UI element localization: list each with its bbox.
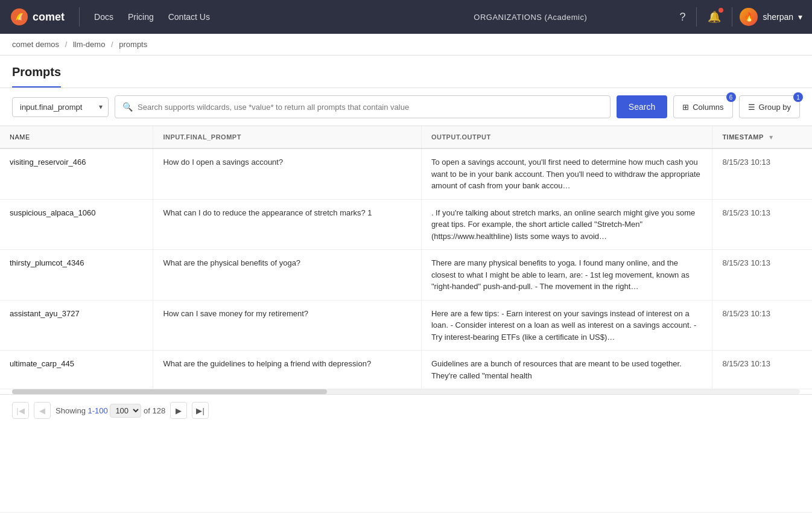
page-range[interactable]: 1-100 xyxy=(88,406,108,415)
prev-page-button[interactable]: ◀ xyxy=(34,402,51,419)
pagination-bar: |◀ ◀ Showing 1-100 100 50 25 of 128 ▶ ▶| xyxy=(0,394,812,426)
nav-pricing[interactable]: Pricing xyxy=(128,12,154,22)
cell-input: How do I open a savings account? xyxy=(153,148,421,199)
table-header: NAME INPUT.FINAL_PROMPT OUTPUT.OUTPUT TI… xyxy=(0,126,812,148)
breadcrumb-comet-demos[interactable]: comet demos xyxy=(12,40,59,49)
of-label: of xyxy=(144,406,150,415)
cell-name: ultimate_carp_445 xyxy=(0,351,153,389)
col-header-output[interactable]: OUTPUT.OUTPUT xyxy=(421,126,712,148)
cell-timestamp: 8/15/23 10:13 xyxy=(712,250,812,301)
topbar-divider xyxy=(696,7,697,27)
page-title: Prompts xyxy=(12,65,61,88)
col-header-name[interactable]: NAME xyxy=(0,126,153,148)
horizontal-scrollbar[interactable] xyxy=(12,389,800,394)
notifications-button[interactable]: 🔔 xyxy=(704,7,725,27)
columns-icon: ⊞ xyxy=(682,103,689,112)
col-header-timestamp[interactable]: TIMESTAMP ▼ xyxy=(712,126,812,148)
cell-input: What are the guidelines to helping a fri… xyxy=(153,351,421,389)
toolbar: input.final_prompt output.output name ▾ … xyxy=(0,88,812,126)
table-row[interactable]: visiting_reservoir_466 How do I open a s… xyxy=(0,148,812,199)
filter-select-wrapper: input.final_prompt output.output name ▾ xyxy=(12,97,109,117)
search-button[interactable]: Search xyxy=(617,95,667,118)
columns-label: Columns xyxy=(693,103,723,112)
breadcrumb: comet demos / llm-demo / prompts xyxy=(0,34,812,56)
col-header-input[interactable]: INPUT.FINAL_PROMPT xyxy=(153,126,421,148)
cell-output: Guidelines are a bunch of resources that… xyxy=(421,351,712,389)
cell-output: There are many physical benefits to yoga… xyxy=(421,250,712,301)
search-input[interactable] xyxy=(138,103,603,112)
cell-output: Here are a few tips: - Earn interest on … xyxy=(421,300,712,351)
table-row[interactable]: assistant_ayu_3727 How can I save money … xyxy=(0,300,812,351)
cell-timestamp: 8/15/23 10:13 xyxy=(712,199,812,250)
org-section: ORGANIZATIONS (Academic) xyxy=(385,13,676,22)
next-page-button[interactable]: ▶ xyxy=(170,402,187,419)
cell-timestamp: 8/15/23 10:13 xyxy=(712,351,812,389)
last-page-button[interactable]: ▶| xyxy=(192,402,209,419)
page-content: Prompts input.final_prompt output.output… xyxy=(0,56,812,512)
per-page-select[interactable]: 100 50 25 xyxy=(110,404,141,418)
columns-button[interactable]: ⊞ Columns 6 xyxy=(673,95,732,118)
topbar: comet Docs Pricing Contact Us ORGANIZATI… xyxy=(0,0,812,34)
help-button[interactable]: ? xyxy=(676,7,689,27)
cell-input: What can I do to reduce the appearance o… xyxy=(153,199,421,250)
showing-label: Showing xyxy=(56,406,86,415)
table-row[interactable]: ultimate_carp_445 What are the guideline… xyxy=(0,351,812,389)
nav-docs[interactable]: Docs xyxy=(94,12,113,22)
prompts-table: NAME INPUT.FINAL_PROMPT OUTPUT.OUTPUT TI… xyxy=(0,126,812,389)
cell-timestamp: 8/15/23 10:13 xyxy=(712,300,812,351)
cell-name: suspicious_alpaca_1060 xyxy=(0,199,153,250)
user-menu-button[interactable]: 🔥 sherpan ▾ xyxy=(740,8,802,26)
breadcrumb-sep-1: / xyxy=(65,40,68,49)
topbar-right: ? 🔔 🔥 sherpan ▾ xyxy=(676,7,802,27)
logo[interactable]: comet xyxy=(10,7,80,27)
groupby-button[interactable]: ☰ Group by 1 xyxy=(739,95,800,118)
showing-text: Showing 1-100 100 50 25 of 128 xyxy=(56,404,165,418)
first-page-button[interactable]: |◀ xyxy=(12,402,29,419)
breadcrumb-prompts[interactable]: prompts xyxy=(119,40,147,49)
table-body: visiting_reservoir_466 How do I open a s… xyxy=(0,148,812,389)
cell-input: How can I save money for my retirement? xyxy=(153,300,421,351)
help-icon: ? xyxy=(679,11,685,24)
nav-contact[interactable]: Contact Us xyxy=(168,12,210,22)
topbar-divider-2 xyxy=(732,7,732,27)
cell-timestamp: 8/15/23 10:13 xyxy=(712,148,812,199)
cell-name: thirsty_plumcot_4346 xyxy=(0,250,153,301)
page-header: Prompts xyxy=(0,56,812,88)
cell-name: visiting_reservoir_466 xyxy=(0,148,153,199)
groupby-icon: ☰ xyxy=(748,103,755,112)
table-row[interactable]: thirsty_plumcot_4346 What are the physic… xyxy=(0,250,812,301)
groupby-label: Group by xyxy=(759,103,791,112)
sort-desc-icon: ▼ xyxy=(768,134,774,141)
cell-name: assistant_ayu_3727 xyxy=(0,300,153,351)
columns-badge: 6 xyxy=(726,92,736,102)
search-icon: 🔍 xyxy=(122,102,133,112)
breadcrumb-sep-2: / xyxy=(111,40,113,49)
table-container: NAME INPUT.FINAL_PROMPT OUTPUT.OUTPUT TI… xyxy=(0,126,812,389)
table-row[interactable]: suspicious_alpaca_1060 What can I do to … xyxy=(0,199,812,250)
cell-output: . If you're talking about stretch marks,… xyxy=(421,199,712,250)
scrollbar-thumb[interactable] xyxy=(12,389,327,394)
total-count: 128 xyxy=(152,406,165,415)
breadcrumb-llm-demo[interactable]: llm-demo xyxy=(73,40,105,49)
org-label: ORGANIZATIONS (Academic) xyxy=(474,13,587,22)
cell-output: To open a savings account, you'll first … xyxy=(421,148,712,199)
search-wrapper: 🔍 xyxy=(115,95,611,118)
user-chevron-icon: ▾ xyxy=(798,12,802,22)
user-name: sherpan xyxy=(763,12,793,22)
comet-logo-icon xyxy=(10,7,29,27)
filter-select[interactable]: input.final_prompt output.output name xyxy=(12,97,109,117)
user-avatar: 🔥 xyxy=(740,8,758,26)
groupby-badge: 1 xyxy=(793,92,803,102)
cell-input: What are the physical benefits of yoga? xyxy=(153,250,421,301)
notification-dot xyxy=(718,8,723,13)
topbar-nav: Docs Pricing Contact Us xyxy=(94,12,385,22)
logo-text: comet xyxy=(33,11,65,24)
